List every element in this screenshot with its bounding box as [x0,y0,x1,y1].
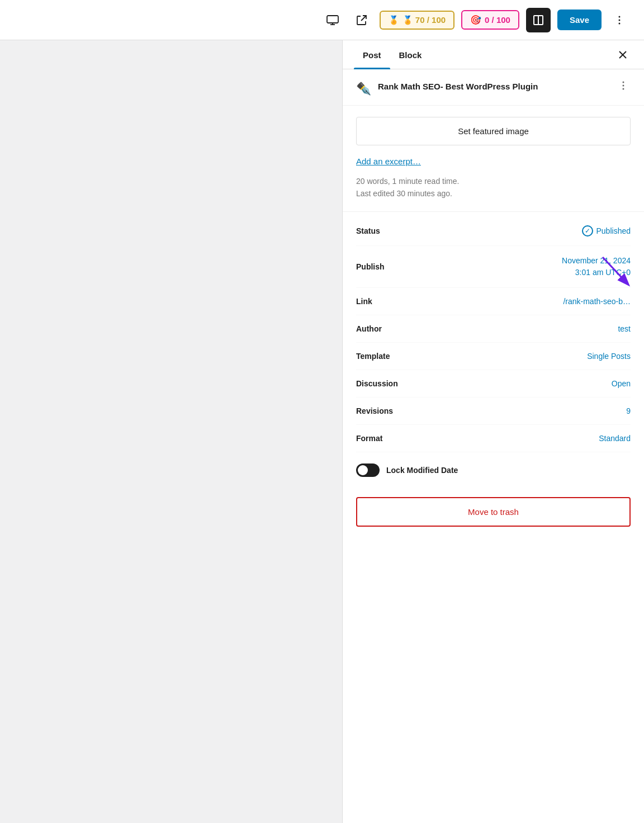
tab-post[interactable]: Post [354,40,390,69]
publish-row: Publish November 21, 20243:01 am UTC+0 [356,246,631,288]
seo-score-gold-icon: 🏅 [389,15,399,25]
plugin-more-button[interactable] [616,81,631,93]
lock-modified-date-label: Lock Modified Date [386,466,458,475]
author-value[interactable]: test [418,324,631,333]
template-value[interactable]: Single Posts [418,352,631,361]
main-content: Post Block ✒️ Rank Math SEO- Best WordPr… [0,40,644,823]
plugin-header-left: ✒️ Rank Math SEO- Best WordPress Plugin [356,81,538,96]
plugin-title: Rank Math SEO- Best WordPress Plugin [378,81,538,92]
status-published: Published [596,226,631,235]
publish-label: Publish [356,262,418,271]
svg-point-12 [623,85,624,87]
tab-block[interactable]: Block [390,40,431,69]
format-row: Format Standard [356,425,631,452]
move-to-trash-button[interactable]: Move to trash [356,497,631,527]
post-details: Status ✓ Published Publish November 21, … [343,211,644,490]
rank-math-icon: ✒️ [356,82,371,96]
svg-line-3 [361,16,366,21]
sidebar-close-button[interactable] [613,45,633,65]
lock-modified-date-toggle[interactable] [356,463,380,477]
format-value[interactable]: Standard [418,434,631,443]
desktop-view-button[interactable] [321,9,344,31]
seo-score-pink-label: 0 / 100 [485,15,510,25]
status-value[interactable]: ✓ Published [418,225,631,237]
editor-area [0,40,342,823]
seo-score-pink-button[interactable]: 🎯 0 / 100 [461,10,519,30]
svg-point-6 [619,16,621,17]
svg-rect-0 [327,16,338,23]
publish-value[interactable]: November 21, 20243:01 am UTC+0 [418,255,631,278]
link-row: Link /rank-math-seo-b… [356,288,631,315]
svg-point-8 [619,22,621,24]
author-row: Author test [356,315,631,343]
template-label: Template [356,352,418,361]
plugin-header: ✒️ Rank Math SEO- Best WordPress Plugin [343,69,644,106]
link-value[interactable]: /rank-math-seo-b… [418,297,631,306]
status-check-icon: ✓ [582,225,593,237]
revisions-value[interactable]: 9 [418,406,631,415]
author-label: Author [356,324,418,333]
revisions-row: Revisions 9 [356,398,631,425]
more-options-button[interactable] [608,9,631,31]
last-edited: Last edited 30 minutes ago. [356,187,631,200]
status-label: Status [356,226,418,235]
add-excerpt-button[interactable]: Add an excerpt… [356,157,631,166]
svg-point-11 [623,82,624,83]
link-label: Link [356,297,418,306]
seo-score-pink-icon: 🎯 [470,15,481,25]
svg-point-13 [623,88,624,90]
sidebar-tabs: Post Block [343,40,644,69]
status-row: Status ✓ Published [356,216,631,246]
discussion-value[interactable]: Open [418,379,631,388]
set-featured-image-button[interactable]: Set featured image [356,117,631,145]
mode-toggle-button[interactable] [526,8,551,32]
discussion-label: Discussion [356,379,418,388]
svg-point-7 [619,19,621,21]
template-row: Template Single Posts [356,343,631,370]
lock-modified-date-row: Lock Modified Date [356,452,631,486]
word-count-info: 20 words, 1 minute read time. Last edite… [356,175,631,200]
seo-score-gold-label: 🏅 70 / 100 [402,15,446,25]
revisions-label: Revisions [356,406,418,415]
save-button[interactable]: Save [557,10,602,30]
discussion-row: Discussion Open [356,370,631,398]
format-label: Format [356,434,418,443]
sidebar-panel: Post Block ✒️ Rank Math SEO- Best WordPr… [342,40,644,823]
word-count-line1: 20 words, 1 minute read time. [356,175,631,187]
toolbar: 🏅 🏅 70 / 100 🎯 0 / 100 Save [0,0,644,40]
external-link-button[interactable] [351,9,373,31]
seo-score-gold-button[interactable]: 🏅 🏅 70 / 100 [380,11,454,30]
